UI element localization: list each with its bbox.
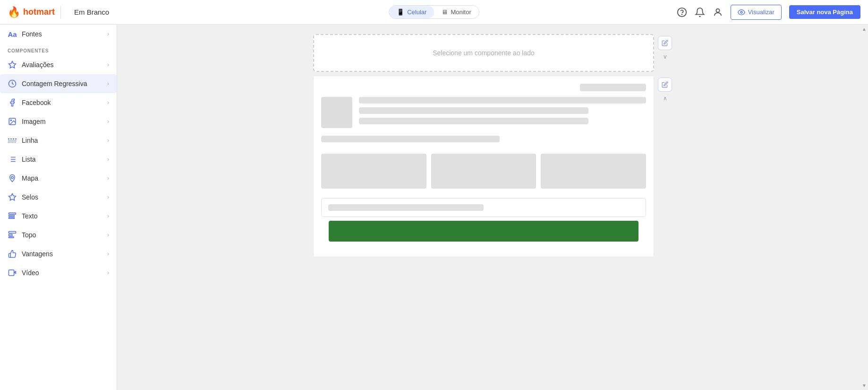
avatar-btn[interactable] [713, 7, 723, 17]
chevron-contagem: › [107, 80, 109, 87]
svg-rect-22 [9, 234, 13, 236]
help-icon [677, 7, 687, 17]
sidebar-item-fontes[interactable]: Aa Fontes › [0, 25, 117, 43]
logo-text: hotmart [23, 7, 55, 17]
svg-rect-24 [9, 270, 14, 276]
salvar-btn[interactable]: Salvar nova Página [789, 5, 860, 19]
sidebar-item-facebook[interactable]: Facebook › [0, 93, 117, 112]
texto-icon [8, 211, 17, 221]
chevron-facebook: › [107, 99, 109, 106]
skeleton-square [321, 97, 352, 128]
view-toggle-group: 📱 Celular 🖥 Monitor [389, 5, 479, 19]
vantagens-icon [8, 249, 17, 259]
sidebar-item-vantagens[interactable]: Vantagens › [0, 244, 117, 263]
lista-icon [8, 155, 17, 164]
skeleton-bar-top [580, 84, 646, 91]
scrollbar: ▲ ▼ [860, 25, 868, 390]
sidebar-item-topo[interactable]: Topo › [0, 225, 117, 244]
top-bar-row [321, 84, 646, 91]
visualizar-btn[interactable]: Visualizar [731, 5, 782, 20]
page-title: Em Branco [74, 8, 109, 16]
main-layout: Aa Fontes › COMPONENTES Avaliações › [0, 25, 868, 390]
skeleton-card-3 [541, 154, 646, 189]
svg-rect-19 [9, 216, 15, 217]
skeleton-input-bar [328, 204, 484, 211]
slot-row-top: Selecione um componente ao lado ∨ [313, 34, 672, 72]
sidebar-item-avaliacoes[interactable]: Avaliações › [0, 55, 117, 74]
canvas-area: ▲ ▼ Selecione um componente ao lado ∨ [117, 25, 868, 390]
card-inner [314, 76, 654, 257]
bell-icon-btn[interactable] [695, 7, 705, 17]
slot-actions-top: ∨ [658, 34, 672, 61]
fontes-icon: Aa [8, 29, 17, 39]
sidebar: Aa Fontes › COMPONENTES Avaliações › [0, 25, 117, 390]
mapa-icon [8, 173, 17, 183]
chevron-imagem: › [107, 118, 109, 125]
collapse-slot-main-btn[interactable]: ∧ [660, 94, 670, 103]
help-icon-btn[interactable] [677, 7, 687, 17]
componentes-label: COMPONENTES [0, 43, 117, 55]
collapse-slot-top-btn[interactable]: ∨ [660, 52, 670, 61]
svg-point-3 [740, 11, 742, 13]
edit-slot-main-btn[interactable] [658, 78, 672, 92]
video-icon [8, 268, 17, 277]
slot-row-main: ∧ [313, 76, 672, 257]
sidebar-item-imagem[interactable]: Imagem › [0, 112, 117, 131]
slot-actions-main: ∧ [658, 76, 672, 103]
avatar-icon [713, 7, 723, 17]
topbar: 🔥 hotmart Em Branco 📱 Celular 🖥 Monitor [0, 0, 868, 25]
eye-icon [738, 9, 745, 16]
pencil-icon-main [662, 81, 668, 88]
scroll-down-btn[interactable]: ▼ [862, 383, 867, 388]
empty-component-slot[interactable]: Selecione um componente ao lado [313, 34, 654, 72]
celular-view-btn[interactable]: 📱 Celular [389, 6, 434, 18]
content-row [321, 97, 646, 128]
svg-rect-21 [9, 232, 16, 234]
logo-flame: 🔥 [8, 6, 20, 18]
sidebar-item-video[interactable]: Vídeo › [0, 263, 117, 282]
view-toggle: 📱 Celular 🖥 Monitor [389, 5, 479, 19]
chevron-topo: › [107, 232, 109, 238]
svg-rect-23 [9, 237, 14, 238]
input-skeleton-row [321, 198, 646, 217]
svg-point-7 [10, 120, 11, 121]
topbar-left: 🔥 hotmart Em Branco [8, 6, 109, 19]
chevron-vantagens: › [107, 251, 109, 257]
linha-icon [8, 136, 17, 145]
chevron-texto: › [107, 213, 109, 219]
scroll-up-btn[interactable]: ▲ [862, 26, 867, 32]
contagem-icon [8, 79, 17, 88]
sidebar-item-mapa[interactable]: Mapa › [0, 169, 117, 188]
topo-icon [8, 230, 17, 240]
chevron-lista: › [107, 156, 109, 163]
monitor-view-btn[interactable]: 🖥 Monitor [434, 6, 478, 18]
sidebar-item-selos[interactable]: Selos › [0, 188, 117, 207]
chevron-mapa: › [107, 175, 109, 182]
sidebar-item-texto[interactable]: Texto › [0, 207, 117, 225]
topbar-right: Visualizar Salvar nova Página [677, 5, 860, 20]
svg-point-1 [681, 14, 682, 15]
monitor-icon: 🖥 [442, 9, 448, 16]
sidebar-item-linha[interactable]: Linha › [0, 131, 117, 150]
skeleton-card-1 [321, 154, 426, 189]
edit-slot-top-btn[interactable] [658, 36, 672, 50]
sidebar-item-lista[interactable]: Lista › [0, 150, 117, 169]
component-card-main [313, 76, 654, 257]
svg-rect-18 [9, 213, 16, 214]
svg-point-17 [11, 176, 14, 179]
sidebar-item-contagem[interactable]: Contagem Regressiva › [0, 74, 117, 93]
pencil-icon [662, 40, 668, 46]
chevron-selos: › [107, 194, 109, 200]
divider [60, 6, 61, 19]
skeleton-line-1 [359, 97, 646, 104]
phone-icon: 📱 [397, 9, 404, 16]
three-cards-row [321, 154, 646, 189]
skeleton-line-2 [359, 107, 588, 114]
avaliacoes-icon [8, 60, 17, 69]
chevron-avaliacoes: › [107, 61, 109, 68]
medium-line-row [321, 136, 646, 142]
green-cta-bar [329, 221, 638, 242]
selos-icon [8, 192, 17, 202]
chevron-fontes: › [107, 31, 109, 37]
skeleton-card-2 [431, 154, 536, 189]
